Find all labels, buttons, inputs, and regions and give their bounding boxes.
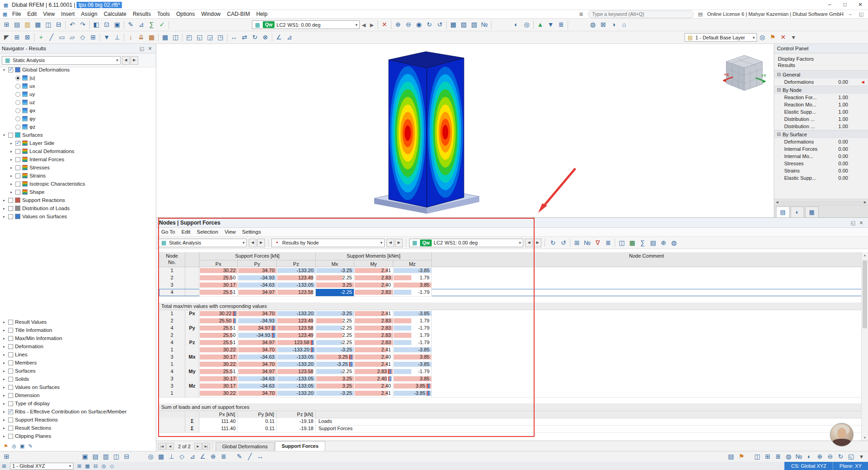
surface-tool-icon[interactable]: ▱ [67, 33, 77, 42]
cell-node-no[interactable]: 4 [159, 368, 185, 376]
display-option-title-information[interactable]: ▸Title Information [0, 326, 156, 334]
checkbox[interactable] [8, 214, 13, 219]
cell-mx[interactable]: -3.25 [316, 390, 354, 398]
table-results-prev-icon[interactable]: ◀ [386, 239, 394, 247]
factor-value[interactable]: 0.00 [839, 138, 848, 145]
trim-icon[interactable]: ⊗ [260, 33, 270, 42]
display-option-values-on-surfaces[interactable]: ▸Values on Surfaces [0, 383, 156, 391]
expand-icon[interactable]: ▸ [2, 410, 6, 414]
render-wire-icon[interactable]: ▤ [90, 452, 101, 461]
cell-py[interactable]: 34.70 [238, 267, 277, 275]
cell-mx[interactable]: 3.25 [316, 354, 354, 361]
nav-item-local-deformations[interactable]: ▸Local Deformations [0, 147, 156, 155]
table-tab-support-forces[interactable]: Support Forces [275, 441, 325, 451]
control-panel-scrollbar[interactable]: ◀ ▶ [774, 199, 868, 205]
redo-icon[interactable]: ↷ [77, 20, 88, 29]
cell-pz[interactable]: -133.05 [277, 354, 316, 361]
checkbox[interactable] [8, 417, 13, 422]
cell-label[interactable]: Px [185, 310, 199, 318]
cell-node-comment[interactable] [432, 354, 862, 361]
nav-item-distribution-of-loads[interactable]: ▸Distribution of Loads [0, 204, 156, 212]
nav-item-shape[interactable]: ▸Shape [0, 188, 156, 196]
cell-my[interactable]: 2.40 [354, 375, 393, 383]
factor-strains[interactable]: Strains0.00 [774, 167, 868, 174]
table-panel-header[interactable]: Nodes | Support Forces ◱✕ [156, 218, 868, 228]
factor-elastic-supp[interactable]: Elastic Supp...1.00 [774, 108, 868, 115]
rotate-copy-icon[interactable]: ↻ [250, 33, 260, 42]
screenshot-icon[interactable]: ⊟ [121, 452, 132, 461]
tp-jump-graphic-icon[interactable]: ⊞ [572, 238, 582, 248]
area-load-icon[interactable]: ▦ [146, 33, 157, 42]
factor-internal-mo[interactable]: Internal Mo...0.00 [774, 153, 868, 160]
factor-value[interactable]: 1.00 [839, 101, 848, 108]
cell-my[interactable]: 2.40 [354, 354, 393, 361]
layer-more-icon[interactable]: ▾ [788, 33, 799, 42]
cell-sum-px[interactable]: 111.40 [199, 418, 238, 426]
expand-icon[interactable]: ▸ [2, 361, 6, 365]
checkbox[interactable] [15, 149, 20, 154]
cell-mz[interactable]: 1.79 [393, 317, 432, 325]
nav-filter-icon[interactable]: ✎ [26, 442, 34, 450]
support-tool-icon[interactable]: ▼ [101, 33, 112, 42]
cell-pz[interactable]: 123.49 [277, 332, 316, 340]
cell-mz[interactable]: -3.85 [393, 361, 432, 369]
cell-py[interactable]: 34.97 [238, 325, 277, 332]
tp-print-icon[interactable]: ◫ [617, 238, 627, 248]
nav-close-icon[interactable]: ✕ [146, 45, 154, 52]
collapse-icon[interactable]: ⊟ [777, 87, 781, 92]
cell-py[interactable]: 34.97 [238, 289, 277, 297]
nav-item-global-deformations[interactable]: ▾Global Deformations [0, 66, 156, 74]
checkbox[interactable] [8, 369, 13, 374]
navigator-next-icon[interactable]: ▶ [130, 56, 138, 65]
table-row[interactable]: 225.50-34.93123.492.252.831.79 [159, 274, 862, 282]
checkbox[interactable] [8, 67, 13, 72]
factor-group-by-node[interactable]: ⊟By Node [774, 86, 868, 94]
cell-px[interactable]: 30.22 [199, 310, 238, 318]
cell-pz[interactable]: -133.20 [277, 361, 316, 369]
cell-my[interactable]: 2.83 [354, 274, 393, 282]
cell-mz[interactable]: 3.85 [393, 354, 432, 361]
load-case-combo[interactable]: ▩ Qw LC2 WS1: 0.00 deg ▾ [252, 20, 360, 29]
cell-node-comment[interactable] [432, 375, 862, 383]
checkbox[interactable] [8, 352, 13, 357]
nav-item-y[interactable]: φy [0, 115, 156, 123]
osnap-toggle-icon[interactable]: ◎ [100, 462, 108, 470]
checkbox[interactable] [8, 320, 13, 325]
page-first-icon[interactable]: |◀ [158, 443, 166, 450]
cell-node-comment[interactable] [432, 346, 862, 354]
nodal-load-icon[interactable]: ↓ [125, 33, 136, 42]
menu-view[interactable]: View [40, 10, 58, 19]
cell-node-comment[interactable] [432, 390, 862, 398]
checkbox[interactable] [8, 360, 13, 365]
checkbox[interactable] [15, 173, 20, 178]
menu-window[interactable]: Window [198, 10, 224, 19]
expand-icon[interactable]: ▸ [2, 418, 6, 422]
visibility-icon[interactable]: ◑ [608, 20, 619, 29]
tp-sync-icon[interactable]: ↺ [558, 238, 569, 248]
ortho-icon[interactable]: ⊥ [166, 452, 177, 461]
factor-value[interactable]: 0.00 [839, 153, 848, 160]
status-numbers-icon[interactable]: № [794, 452, 804, 461]
coordinate-view-combo[interactable]: 1 - Global XYZ ▾ [10, 463, 73, 470]
cell-node-no[interactable]: 1 [159, 267, 185, 275]
table-row[interactable]: 330.17-34.63-133.053.252.403.85 [159, 282, 862, 289]
cell-my[interactable]: 2.41 [354, 361, 393, 369]
nav-visibility-icon[interactable]: ◎ [10, 442, 18, 450]
tp-search-icon[interactable]: ⊕ [658, 238, 669, 248]
new-model-icon[interactable]: ▤ [12, 20, 22, 29]
cell-px[interactable]: 30.22 [199, 267, 238, 275]
cell-label[interactable] [185, 375, 199, 383]
cell-node-no[interactable]: 1 [159, 361, 185, 369]
cell-node-no[interactable]: 3 [159, 282, 185, 289]
display-option-members[interactable]: ▸Members [0, 359, 156, 367]
cell-pz[interactable]: 123.58 [277, 325, 316, 332]
expand-icon[interactable]: ▸ [9, 182, 14, 186]
checkbox[interactable] [15, 141, 20, 146]
cell-mz[interactable]: -3.85 [393, 390, 432, 398]
cell-py[interactable]: -34.93 [238, 274, 277, 282]
menu-calculate[interactable]: Calculate [101, 10, 130, 19]
factor-group-by-surface[interactable]: ⊟By Surface [774, 130, 868, 138]
nav-item-internal-forces[interactable]: ▸Internal Forces [0, 155, 156, 163]
column-header-py[interactable]: Py [238, 260, 277, 267]
cell-pz[interactable]: 123.58 [277, 339, 316, 347]
